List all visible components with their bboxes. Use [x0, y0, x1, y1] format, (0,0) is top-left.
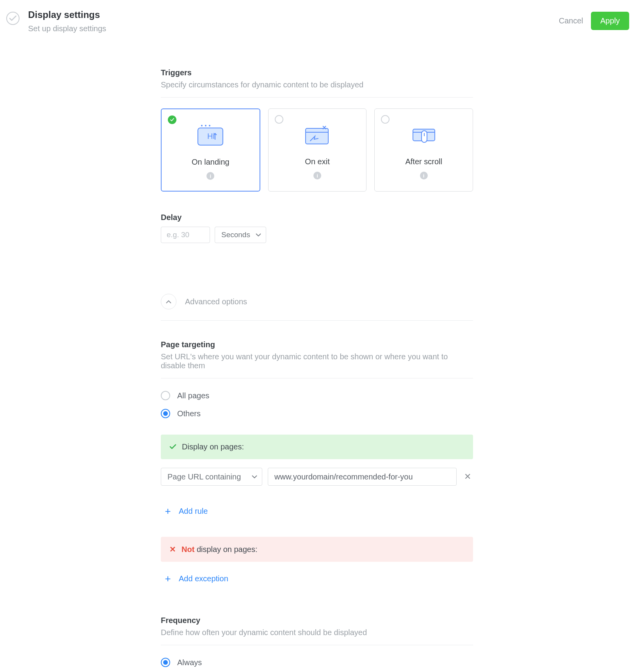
svg-text:Hi: Hi	[207, 132, 215, 140]
remove-rule-button[interactable]: ✕	[462, 472, 473, 482]
page-targeting-desc: Set URL's where you want your dynamic co…	[161, 352, 473, 370]
rule-url-input[interactable]	[268, 468, 457, 486]
frequency-title: Frequency	[161, 616, 473, 625]
delay-unit-value: Seconds	[221, 231, 250, 239]
triggers-title: Triggers	[161, 68, 473, 77]
display-on-pages-banner: Display on pages:	[161, 435, 473, 459]
radio-unchecked-icon	[275, 115, 283, 124]
radio-icon	[161, 391, 170, 400]
advanced-collapse-button[interactable]	[161, 294, 176, 309]
svg-point-1	[201, 125, 203, 126]
plus-icon: +	[164, 505, 172, 517]
radio-icon	[161, 658, 170, 667]
apply-button[interactable]: Apply	[591, 12, 629, 30]
landing-icon: Hi	[196, 124, 225, 147]
not-word: Not	[181, 545, 194, 554]
not-display-on-pages-banner: ✕ Not display on pages:	[161, 537, 473, 562]
close-icon: ✕	[169, 545, 176, 554]
info-icon[interactable]: i	[313, 172, 321, 179]
info-icon[interactable]: i	[206, 172, 214, 180]
step-done-icon	[6, 12, 20, 25]
chevron-down-icon	[256, 233, 261, 236]
trigger-card-label: On landing	[192, 158, 229, 167]
radio-label: Always	[177, 658, 202, 667]
delay-label: Delay	[161, 213, 473, 222]
triggers-desc: Specify circumstances for dynamic conten…	[161, 80, 473, 89]
add-exception-label: Add exception	[179, 574, 228, 583]
display-on-pages-text: Display on pages:	[182, 442, 244, 451]
add-rule-button[interactable]: + Add rule	[164, 505, 208, 517]
trigger-card-label: After scroll	[405, 157, 442, 166]
add-exception-button[interactable]: + Add exception	[164, 573, 228, 585]
chevron-down-icon	[252, 475, 257, 478]
radio-all-pages[interactable]: All pages	[161, 391, 473, 400]
rule-type-value: Page URL containing	[167, 472, 241, 481]
not-display-rest: display on pages:	[194, 545, 257, 554]
scroll-icon	[409, 124, 439, 147]
plus-icon: +	[164, 573, 172, 585]
svg-point-2	[205, 125, 206, 126]
advanced-options-label: Advanced options	[185, 297, 247, 306]
trigger-card-on-exit[interactable]: On exit i	[268, 108, 367, 192]
check-icon	[169, 442, 176, 451]
exit-icon	[302, 124, 332, 147]
svg-rect-12	[422, 131, 427, 142]
divider	[161, 378, 473, 378]
radio-unchecked-icon	[381, 115, 390, 124]
svg-rect-6	[306, 128, 328, 144]
chevron-up-icon	[166, 300, 171, 304]
radio-others[interactable]: Others	[161, 409, 473, 418]
rule-type-select[interactable]: Page URL containing	[161, 468, 262, 486]
radio-always[interactable]: Always	[161, 658, 473, 667]
trigger-card-on-landing[interactable]: Hi On landing i	[161, 108, 260, 192]
page-title: Display settings	[28, 9, 106, 20]
cancel-button[interactable]: Cancel	[559, 16, 583, 25]
radio-icon	[161, 409, 170, 418]
divider	[161, 645, 473, 645]
divider	[161, 97, 473, 98]
radio-label: Others	[177, 409, 201, 418]
page-subtitle: Set up display settings	[28, 24, 106, 33]
info-icon[interactable]: i	[420, 172, 428, 179]
trigger-card-after-scroll[interactable]: After scroll i	[374, 108, 473, 192]
frequency-desc: Define how often your dynamic content sh…	[161, 628, 473, 637]
page-targeting-title: Page targeting	[161, 340, 473, 349]
delay-unit-select[interactable]: Seconds	[215, 227, 266, 243]
svg-point-3	[209, 125, 210, 126]
delay-input[interactable]	[161, 227, 210, 243]
radio-label: All pages	[177, 391, 209, 400]
trigger-card-label: On exit	[305, 157, 329, 166]
selected-check-icon	[168, 115, 176, 124]
add-rule-label: Add rule	[179, 507, 208, 516]
